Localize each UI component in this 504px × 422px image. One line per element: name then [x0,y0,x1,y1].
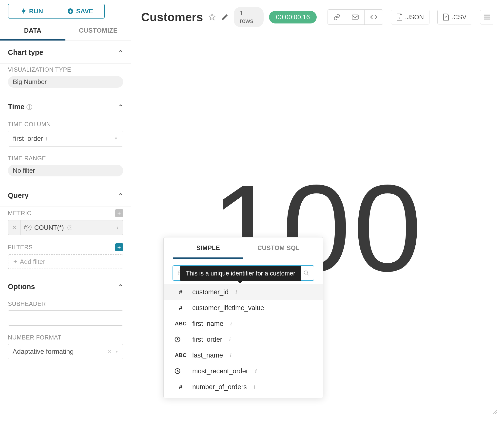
tab-data[interactable]: DATA [0,22,65,41]
column-option-number_of_orders[interactable]: #number_of_ordersi [164,379,323,395]
column-option-most_recent_order[interactable]: most_recent_orderi [164,363,323,379]
embed-button[interactable] [365,10,383,24]
column-name: customer_id [192,288,229,296]
viz-type-label: VISUALIZATION TYPE [0,66,131,73]
rows-badge: 1 rows [234,7,264,27]
column-option-first_name[interactable]: ABCfirst_namei [164,316,323,332]
export-json-button[interactable]: {} .JSON [391,10,430,24]
plus-circle-icon [67,8,73,14]
text-type-icon: ABC [174,320,187,327]
column-option-last_name[interactable]: ABClast_namei [164,347,323,363]
section-time[interactable]: Timeⓘ ⌃ [0,95,131,118]
column-name: most_recent_order [192,367,248,375]
metric-label: METRIC [8,210,31,217]
info-icon: i [230,320,232,327]
chevron-up-icon: ⌃ [118,192,123,199]
add-metric-button[interactable]: + [115,209,123,217]
add-filter-box[interactable]: + Add filter [8,254,123,269]
edit-icon[interactable] [221,13,228,21]
clock-icon [174,337,187,342]
metric-column-popup: SIMPLE CUSTOM SQL 8 This is a unique ide… [163,237,323,398]
svg-point-3 [304,271,308,274]
run-button[interactable]: RUN [8,4,56,19]
section-options[interactable]: Options ⌃ [0,275,131,298]
chevron-up-icon: ⌃ [118,283,123,290]
metric-value: COUNT(*) [34,224,64,232]
column-option-customer_lifetime_value[interactable]: #customer_lifetime_value [164,300,323,316]
chevron-up-icon: ⌃ [118,49,123,56]
filters-label: FILTERS [8,244,33,251]
header: Customers 1 rows 00:00:00.16 {} .JSON .C… [131,0,504,34]
email-button[interactable] [346,10,365,24]
file-icon [443,14,449,21]
number-type-icon: # [174,304,187,312]
star-icon[interactable] [208,13,216,21]
info-icon: ⓘ [26,104,32,110]
tab-customize[interactable]: CUSTOMIZE [65,22,131,41]
link-button[interactable] [328,10,346,24]
chart-type-label: Chart type [8,48,43,57]
query-label: Query [8,191,29,200]
clock-icon [174,368,187,374]
info-icon: i [229,336,231,343]
search-icon [303,270,309,276]
info-icon: i [235,289,237,295]
column-name: last_name [192,352,223,359]
info-icon: i [254,384,255,390]
time-badge: 00:00:00.16 [269,11,317,23]
mail-icon [351,13,359,21]
bolt-icon [21,8,26,14]
number-type-icon: # [174,383,187,391]
viz-type-pill[interactable]: Big Number [8,76,123,88]
remove-metric-button[interactable]: ✕ [8,220,20,235]
plus-icon: + [13,258,17,266]
subheader-input[interactable] [8,310,123,326]
info-icon: i [255,368,257,374]
resize-handle-icon[interactable] [492,409,498,415]
column-suggestions: #customer_idi#customer_lifetime_valueABC… [164,284,323,398]
subheader-label: SUBHEADER [0,300,131,307]
column-option-first_order[interactable]: first_orderi [164,332,323,347]
text-type-icon: ABC [174,352,187,359]
popup-tab-simple[interactable]: SIMPLE [173,237,243,259]
help-icon: ? [67,225,72,230]
page-title: Customers [141,10,203,24]
number-type-icon: # [174,288,187,296]
metric-box[interactable]: ✕ f(x) COUNT(*) ? › [8,220,123,235]
column-name: number_of_orders [192,383,247,391]
number-format-select[interactable]: Adaptative formating × ▼ [8,344,123,359]
column-tooltip: This is a unique identifier for a custom… [180,266,301,281]
section-query[interactable]: Query ⌃ [0,184,131,207]
metric-expand-button[interactable]: › [112,220,123,235]
info-icon: i [230,352,232,359]
function-icon: f(x) [24,224,32,231]
more-menu-button[interactable] [480,10,494,24]
hamburger-icon [484,15,490,20]
export-csv-button[interactable]: .CSV [437,10,472,24]
column-name: first_name [192,320,223,328]
time-label: Time [8,103,24,111]
chevron-up-icon: ⌃ [118,104,123,110]
column-search-input[interactable]: 8 This is a unique identifier for a cust… [173,265,314,281]
link-icon [333,14,340,21]
number-format-label: NUMBER FORMAT [0,334,131,341]
save-button[interactable]: SAVE [56,4,105,19]
caret-down-icon: ▼ [114,136,118,141]
options-label: Options [8,283,35,291]
info-icon: i [46,136,47,142]
time-range-label: TIME RANGE [0,155,131,162]
time-range-pill[interactable]: No filter [8,165,123,176]
time-column-label: TIME COLUMN [0,121,131,128]
time-column-select[interactable]: first_orderi ▼ [8,131,123,147]
add-filter-button[interactable]: + [115,243,123,251]
section-chart-type[interactable]: Chart type ⌃ [0,41,131,63]
column-name: customer_lifetime_value [192,304,264,312]
caret-down-icon: ▼ [115,350,118,354]
clear-icon[interactable]: × [108,348,112,356]
svg-text:{}: {} [399,16,400,19]
column-name: first_order [192,336,222,343]
code-icon [370,13,377,21]
svg-rect-1 [352,15,358,19]
column-option-customer_id[interactable]: #customer_idi [164,284,323,300]
popup-tab-sql[interactable]: CUSTOM SQL [243,237,314,259]
